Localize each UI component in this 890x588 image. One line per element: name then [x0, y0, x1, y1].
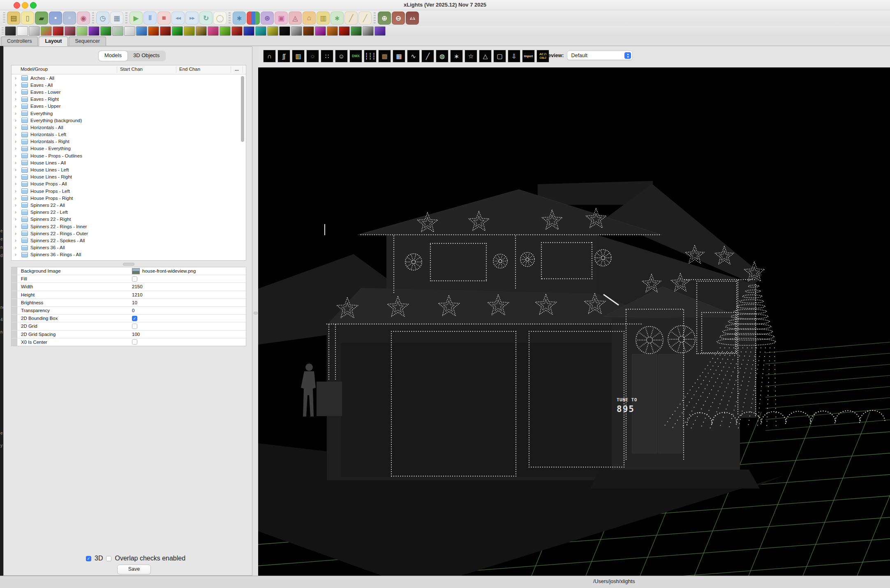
- output-lights-icon[interactable]: ◯: [213, 12, 227, 25]
- effect-assist-icon[interactable]: ▣: [275, 12, 288, 25]
- effect-thumbnail-25[interactable]: [303, 26, 314, 36]
- effect-thumbnail-8[interactable]: [100, 26, 111, 36]
- effect-thumbnail-24[interactable]: [291, 26, 302, 36]
- edit-pencil2-icon[interactable]: ╱: [358, 12, 372, 25]
- model-group-row[interactable]: ›Everything (background): [12, 117, 246, 124]
- property-value[interactable]: [132, 324, 246, 329]
- disclosure-chevron-icon[interactable]: ›: [15, 167, 20, 173]
- disclosure-chevron-icon[interactable]: ›: [15, 96, 20, 102]
- effect-thumbnail-27[interactable]: [327, 26, 338, 36]
- effect-settings-icon[interactable]: ⊛: [261, 12, 274, 25]
- effect-thumbnail-0[interactable]: [5, 26, 16, 36]
- effect-thumbnail-18[interactable]: [220, 26, 231, 36]
- disclosure-chevron-icon[interactable]: ›: [15, 132, 20, 137]
- model-group-row[interactable]: ›House Lines - Left: [12, 166, 246, 173]
- model-group-row[interactable]: ›House - Props - Outlines: [12, 152, 246, 159]
- property-value[interactable]: [132, 276, 246, 282]
- pause-icon[interactable]: ‖: [143, 12, 157, 25]
- effect-thumbnail-22[interactable]: [267, 26, 278, 36]
- toolbar-drag-handle[interactable]: [3, 12, 5, 24]
- disclosure-chevron-icon[interactable]: ›: [15, 245, 20, 250]
- layout-3d-viewport[interactable]: TUNE TO895: [258, 67, 890, 576]
- rewind-icon[interactable]: ◀◀: [171, 12, 185, 25]
- effect-thumbnail-5[interactable]: [65, 26, 76, 36]
- disclosure-chevron-icon[interactable]: ›: [15, 75, 20, 81]
- column-end-chan[interactable]: End Chan: [179, 67, 200, 72]
- stop-icon[interactable]: ■: [157, 12, 171, 25]
- show-directory-icon[interactable]: ▤: [7, 12, 20, 25]
- model-group-row[interactable]: ›Eaves - Lower: [12, 88, 246, 95]
- replay-icon[interactable]: ↻: [199, 12, 213, 25]
- disclosure-chevron-icon[interactable]: ›: [15, 139, 20, 144]
- disclosure-chevron-icon[interactable]: ›: [15, 202, 20, 208]
- disclosure-chevron-icon[interactable]: ›: [15, 209, 20, 215]
- zoom-out-icon[interactable]: ⊖: [392, 12, 405, 25]
- effect-thumbnail-3[interactable]: [41, 26, 52, 36]
- effect-thumbnail-7[interactable]: [88, 26, 99, 36]
- property-checkbox[interactable]: [132, 276, 137, 282]
- disclosure-chevron-icon[interactable]: ›: [15, 216, 20, 222]
- disclosure-chevron-icon[interactable]: ›: [15, 160, 20, 166]
- model-group-row[interactable]: ›Spinners 22 - All: [12, 201, 246, 208]
- disclosure-chevron-icon[interactable]: ›: [15, 89, 20, 95]
- model-group-row[interactable]: ›Arches - All: [12, 74, 246, 81]
- effect-thumbnail-20[interactable]: [243, 26, 254, 36]
- fast-forward-icon[interactable]: ▶▶: [185, 12, 199, 25]
- effect-thumbnail-26[interactable]: [315, 26, 326, 36]
- model-group-row[interactable]: ›Spinners 22 - Spokes - All: [12, 237, 246, 244]
- property-value[interactable]: 2150: [132, 284, 246, 289]
- save-button[interactable]: Save: [117, 565, 151, 574]
- save-as-icon[interactable]: ▫: [63, 12, 76, 25]
- new-star-icon[interactable]: ☆: [465, 50, 477, 63]
- model-group-row[interactable]: ›Spinners 36 - All: [12, 244, 246, 251]
- tab-3d-objects[interactable]: 3D Objects: [127, 51, 165, 61]
- group-models-icon[interactable]: ◭◮: [406, 12, 419, 25]
- open-sequence-icon[interactable]: ▰: [35, 12, 48, 25]
- palette-icon[interactable]: ◉: [77, 12, 90, 25]
- disclosure-chevron-icon[interactable]: ›: [15, 238, 20, 243]
- wizard-icon[interactable]: ∗: [331, 12, 344, 25]
- effect-thumbnail-4[interactable]: [53, 26, 64, 36]
- effect-thumbnail-28[interactable]: [339, 26, 350, 36]
- tab-controllers[interactable]: Controllers: [1, 37, 38, 46]
- property-value[interactable]: 100: [132, 332, 246, 337]
- new-single-line-icon[interactable]: ╱: [421, 50, 434, 63]
- effect-thumbnail-12[interactable]: [148, 26, 159, 36]
- model-group-row[interactable]: ›Horizontals - Left: [12, 131, 246, 138]
- disclosure-chevron-icon[interactable]: ›: [15, 146, 20, 151]
- new-circle-icon[interactable]: ◌: [306, 50, 319, 63]
- model-group-row[interactable]: ›Spinners 22 - Left: [12, 209, 246, 216]
- disclosure-chevron-icon[interactable]: ›: [15, 82, 20, 88]
- disclosure-chevron-icon[interactable]: ›: [15, 252, 20, 257]
- new-window-frame-icon[interactable]: ▢: [493, 50, 506, 63]
- effect-thumbnail-14[interactable]: [172, 26, 183, 36]
- effect-thumbnail-23[interactable]: [279, 26, 290, 36]
- column-start-chan[interactable]: Start Chan: [120, 67, 143, 72]
- effect-thumbnail-31[interactable]: [374, 26, 386, 36]
- disclosure-chevron-icon[interactable]: ›: [15, 103, 20, 109]
- tab-layout[interactable]: Layout: [39, 37, 68, 46]
- disclosure-chevron-icon[interactable]: ›: [15, 231, 20, 236]
- model-group-row[interactable]: ›Everything: [12, 110, 246, 117]
- dropdown-stepper-icon[interactable]: ▲▼: [624, 52, 631, 59]
- new-icicles-icon[interactable]: ┆┆┆: [364, 50, 377, 63]
- property-checkbox[interactable]: ✓: [132, 316, 137, 321]
- column-model-group[interactable]: Model/Group: [21, 67, 48, 72]
- disclosure-chevron-icon[interactable]: ›: [15, 111, 20, 116]
- effect-thumbnail-30[interactable]: [363, 26, 374, 36]
- effect-thumbnail-17[interactable]: [208, 26, 219, 36]
- property-value[interactable]: [132, 339, 246, 345]
- edit-pencil-icon[interactable]: ╱: [344, 12, 358, 25]
- property-value[interactable]: house-front-wideview.png: [132, 268, 246, 274]
- tab-sequencer[interactable]: Sequencer: [69, 37, 106, 46]
- new-matrix-icon[interactable]: ▦: [393, 50, 405, 63]
- effect-thumbnail-29[interactable]: [351, 26, 362, 36]
- effect-thumbnail-10[interactable]: [124, 26, 135, 36]
- new-sphere-icon[interactable]: ◍: [436, 50, 448, 63]
- property-value[interactable]: ✓: [132, 316, 246, 321]
- render-all-icon[interactable]: ∗: [233, 12, 246, 25]
- new-custom-icon[interactable]: ☺: [335, 50, 348, 63]
- model-group-row[interactable]: ›House Lines - All: [12, 159, 246, 166]
- play-icon[interactable]: ▶: [129, 12, 143, 25]
- property-value[interactable]: 1210: [132, 292, 246, 297]
